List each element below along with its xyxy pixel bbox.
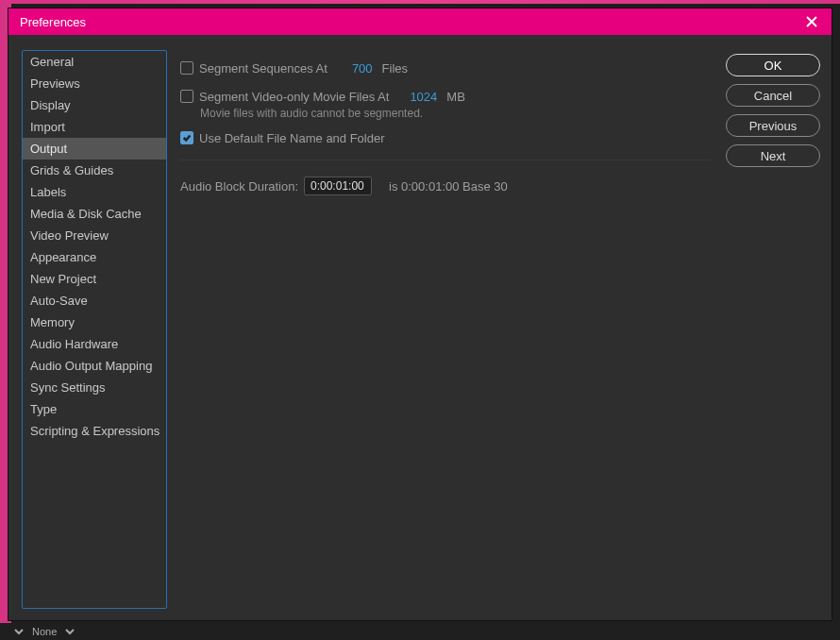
previous-button[interactable]: Previous (726, 114, 820, 137)
sidebar-item-new-project[interactable]: New Project (23, 268, 166, 290)
preferences-dialog: Preferences GeneralPreviewsDisplayImport… (8, 8, 832, 621)
titlebar: Preferences (8, 8, 832, 35)
sidebar-item-import[interactable]: Import (23, 116, 166, 138)
bottom-none-label: None (32, 626, 57, 637)
segment-video-note: Movie files with audio cannot be segment… (180, 107, 711, 120)
use-default-row: Use Default File Name and Folder (180, 126, 711, 150)
check-icon (182, 133, 192, 143)
bottom-strip: None (0, 623, 840, 640)
close-icon (806, 16, 817, 27)
segment-sequences-row: Segment Sequences At 700 Files (180, 56, 711, 80)
audio-block-row: Audio Block Duration: is 0:00:01:00 Base… (180, 174, 711, 198)
sidebar-item-appearance[interactable]: Appearance (23, 246, 166, 268)
category-sidebar: GeneralPreviewsDisplayImportOutputGrids … (22, 50, 167, 609)
sidebar-item-auto-save[interactable]: Auto-Save (23, 290, 166, 312)
divider (180, 160, 711, 160)
sidebar-item-grids-guides[interactable]: Grids & Guides (23, 160, 166, 181)
sidebar-item-output[interactable]: Output (23, 138, 166, 160)
settings-panel: Segment Sequences At 700 Files Segment V… (178, 50, 714, 609)
dialog-buttons: OK Cancel Previous Next (726, 50, 820, 609)
sidebar-item-video-preview[interactable]: Video Preview (23, 225, 166, 246)
sidebar-item-media-disk-cache[interactable]: Media & Disk Cache (23, 203, 166, 225)
segment-sequences-checkbox[interactable] (180, 61, 193, 75)
use-default-checkbox[interactable] (180, 131, 193, 144)
segment-video-checkbox[interactable] (180, 90, 193, 103)
sidebar-item-scripting-expressions[interactable]: Scripting & Expressions (23, 420, 166, 442)
cancel-button[interactable]: Cancel (726, 84, 820, 107)
ok-button[interactable]: OK (726, 54, 820, 76)
sidebar-item-audio-output-mapping[interactable]: Audio Output Mapping (23, 355, 166, 377)
next-button[interactable]: Next (726, 144, 820, 167)
sidebar-item-general[interactable]: General (23, 51, 166, 73)
segment-video-row: Segment Video-only Movie Files At 1024 M… (180, 84, 711, 109)
sidebar-item-sync-settings[interactable]: Sync Settings (23, 377, 166, 398)
close-button[interactable] (801, 11, 822, 32)
sidebar-item-type[interactable]: Type (23, 398, 166, 420)
audio-block-input[interactable] (304, 177, 372, 195)
sidebar-item-memory[interactable]: Memory (23, 312, 166, 333)
segment-sequences-value[interactable]: 700 (348, 61, 377, 76)
dialog-title: Preferences (20, 15, 86, 29)
sidebar-item-labels[interactable]: Labels (23, 181, 166, 203)
audio-block-label: Audio Block Duration: (180, 179, 298, 194)
segment-sequences-unit: Files (382, 61, 408, 76)
sidebar-item-display[interactable]: Display (23, 94, 166, 116)
audio-block-hint: is 0:00:01:00 Base 30 (389, 179, 508, 194)
segment-video-value[interactable]: 1024 (406, 90, 441, 104)
chevron-down-icon[interactable] (13, 626, 25, 637)
dialog-content: GeneralPreviewsDisplayImportOutputGrids … (8, 35, 832, 620)
segment-sequences-label: Segment Sequences At (199, 61, 328, 76)
sidebar-item-audio-hardware[interactable]: Audio Hardware (23, 333, 166, 355)
chevron-down-icon[interactable] (64, 626, 76, 637)
segment-video-label: Segment Video-only Movie Files At (199, 90, 389, 104)
use-default-label: Use Default File Name and Folder (199, 131, 385, 145)
sidebar-item-previews[interactable]: Previews (23, 73, 166, 94)
segment-video-unit: MB (446, 90, 465, 104)
